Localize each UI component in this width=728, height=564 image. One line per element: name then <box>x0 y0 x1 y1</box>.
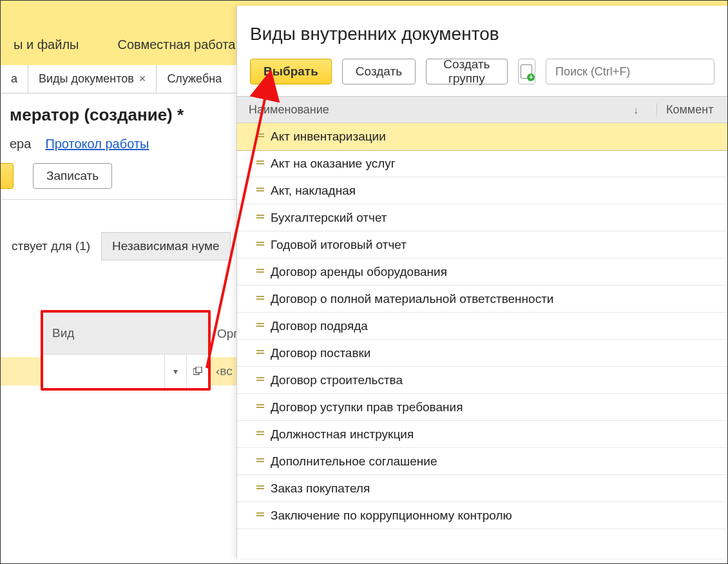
subtab-active-for[interactable]: ствует для (1) <box>1 232 101 260</box>
type-input[interactable] <box>43 355 164 388</box>
list-item[interactable]: Заключение по коррупционному контролю <box>237 502 727 529</box>
new-file-button[interactable]: + <box>518 59 535 84</box>
ribbon-item-collab[interactable]: Совместная работа <box>117 37 235 52</box>
tab-service[interactable]: Служебна <box>157 65 232 93</box>
divider <box>1 199 238 200</box>
list-item[interactable]: Договор аренды оборудования <box>237 258 727 286</box>
list-item-label: Бухгалтерский отчет <box>271 211 387 225</box>
ribbon-item-files[interactable]: ы и файлы <box>14 37 79 52</box>
tab-first[interactable]: а <box>1 65 28 93</box>
doc-types-dialog: Виды внутренних документов Выбрать Созда… <box>236 6 727 558</box>
list-item-label: Дополнительное соглашение <box>271 454 437 469</box>
column-header-comment[interactable]: Коммент <box>656 103 727 117</box>
list-item[interactable]: Договор строительства <box>237 367 727 394</box>
svg-rect-1 <box>196 367 202 373</box>
list-item[interactable]: Акт, накладная <box>237 177 727 204</box>
list-item-label: Договор поставки <box>271 346 370 360</box>
list-item-label: Заключение по коррупционному контролю <box>271 509 512 523</box>
column-header-type: Вид <box>43 313 208 355</box>
list-item[interactable]: Договор поставки <box>237 340 727 367</box>
list-item[interactable]: Дополнительное соглашение <box>237 448 727 475</box>
list-item[interactable]: Договор уступки прав требования <box>237 394 727 421</box>
close-icon[interactable]: × <box>139 72 146 86</box>
list-item[interactable]: Договор подряда <box>237 313 727 340</box>
create-button[interactable]: Создать <box>342 59 416 84</box>
subtab-independent-numbering[interactable]: Независимая нуме <box>101 232 231 260</box>
list-item[interactable]: Акт инвентаризации <box>237 123 727 150</box>
grid-body: Акт инвентаризации Акт на оказание услуг… <box>237 123 727 558</box>
open-dialog-icon[interactable] <box>186 355 208 388</box>
list-item-label: Договор о полной материальной ответствен… <box>271 292 553 306</box>
list-item-label: Должностная инструкция <box>271 427 414 442</box>
list-item[interactable]: Бухгалтерский отчет <box>237 204 727 231</box>
org-value: ‹вс <box>211 355 238 388</box>
list-item[interactable]: Годовой итоговый отчет <box>237 231 727 258</box>
list-item-label: Договор строительства <box>271 373 403 387</box>
list-item-label: Заказ покупателя <box>271 481 370 496</box>
list-item-label: Акт, накладная <box>271 184 356 198</box>
list-item-label: Договор подряда <box>271 319 368 333</box>
link-protocol[interactable]: Протокол работы <box>45 137 149 151</box>
list-item-label: Годовой итоговый отчет <box>271 238 407 252</box>
column-header-name[interactable]: Наименование ↓ <box>249 103 656 117</box>
type-field-group: Вид ▾ <box>41 310 211 391</box>
primary-action-button[interactable] <box>0 163 14 189</box>
dialog-title: Виды внутренних документов <box>237 6 727 59</box>
sort-asc-icon: ↓ <box>634 104 639 115</box>
select-button[interactable]: Выбрать <box>250 59 332 84</box>
grid-header: Наименование ↓ Коммент <box>237 96 727 123</box>
search-input[interactable] <box>546 59 714 84</box>
column-header-name-label: Наименование <box>249 103 329 116</box>
list-item-label: Акт на оказание услуг <box>271 157 396 171</box>
list-item[interactable]: Акт на оказание услуг <box>237 150 727 177</box>
list-item[interactable]: Заказ покупателя <box>237 475 727 502</box>
dropdown-icon[interactable]: ▾ <box>164 355 186 388</box>
tab-doc-types[interactable]: Виды документов × <box>28 65 157 93</box>
list-item-label: Договор аренды оборудования <box>271 265 447 279</box>
list-item[interactable]: Договор о полной материальной ответствен… <box>237 286 727 313</box>
link-era[interactable]: ера <box>10 137 31 151</box>
tab-doc-types-label: Виды документов <box>39 72 134 86</box>
list-item[interactable]: Должностная инструкция <box>237 421 727 448</box>
tab-service-label: Служебна <box>167 72 222 86</box>
write-button[interactable]: Записать <box>33 163 112 189</box>
dialog-toolbar: Выбрать Создать Создать группу + <box>237 59 727 96</box>
list-item-label: Акт инвентаризации <box>271 130 386 144</box>
list-item-label: Договор уступки прав требования <box>271 400 463 414</box>
create-group-button[interactable]: Создать группу <box>426 59 508 84</box>
file-plus-icon: + <box>521 64 532 79</box>
tab-first-label: а <box>11 72 17 86</box>
